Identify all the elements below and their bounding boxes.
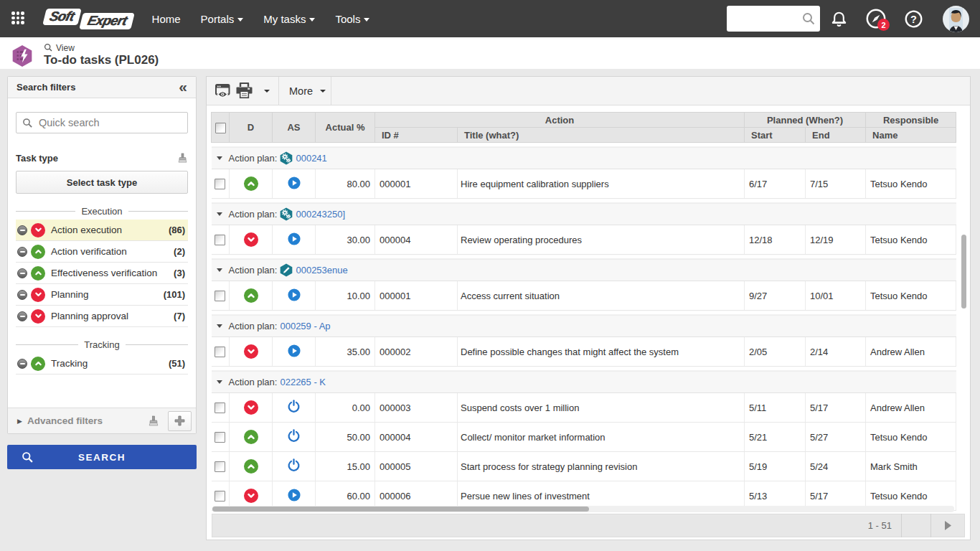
- row-checkbox[interactable]: [215, 402, 225, 413]
- cell-title: Access current situation: [458, 281, 745, 311]
- action-plan-gears-icon: [280, 151, 293, 165]
- print-dropdown-caret[interactable]: [264, 90, 270, 93]
- row-checkbox[interactable]: [215, 291, 225, 301]
- more-button[interactable]: More: [286, 83, 329, 100]
- select-all-checkbox[interactable]: [215, 123, 226, 133]
- col-start[interactable]: Start: [745, 128, 806, 143]
- task-filter-effectiveness-verification[interactable]: Effectiveness verification (3): [16, 263, 188, 284]
- cell-name: Tetsuo Kendo: [866, 225, 956, 255]
- row-checkbox[interactable]: [215, 347, 225, 357]
- vertical-scrollbar[interactable]: [961, 114, 968, 542]
- nav-portals[interactable]: Portals: [191, 0, 254, 37]
- user-avatar[interactable]: [932, 0, 980, 37]
- main-nav: Home Portals My tasks Tools: [142, 0, 380, 37]
- clear-filter-icon[interactable]: [177, 153, 188, 164]
- row-checkbox[interactable]: [215, 235, 225, 245]
- col-title[interactable]: Title (what?): [458, 128, 745, 143]
- standby-power-icon: [287, 429, 301, 443]
- view-data-button[interactable]: [212, 81, 233, 100]
- action-plan-link[interactable]: 000253enue: [296, 265, 347, 276]
- action-plan-group-row: Action plan:000253enue: [212, 255, 956, 281]
- softexpert-logo[interactable]: Soft Expert: [44, 6, 133, 31]
- col-action-group: Action: [375, 113, 745, 128]
- col-id[interactable]: ID #: [375, 128, 458, 143]
- cell-id: 000005: [375, 452, 458, 481]
- task-filter-tracking[interactable]: Tracking (51): [16, 353, 188, 375]
- action-plan-link[interactable]: 022265 - K: [280, 377, 326, 387]
- print-button[interactable]: [233, 80, 273, 102]
- cell-start: 6/17: [745, 169, 806, 199]
- clear-filter-icon[interactable]: [148, 415, 159, 427]
- nav-home[interactable]: Home: [142, 0, 191, 37]
- cell-actual: 15.00: [316, 452, 375, 481]
- select-task-type-button[interactable]: Select task type: [16, 171, 188, 194]
- breadcrumb: View: [56, 43, 75, 53]
- row-checkbox[interactable]: [215, 179, 225, 189]
- cell-end: 5/24: [806, 452, 866, 481]
- minus-icon: [17, 268, 27, 278]
- sidebar-header: Search filters «: [8, 77, 196, 98]
- cell-actual: 10.00: [316, 281, 375, 311]
- page-title: To-do tasks (PL026): [44, 53, 159, 67]
- group-label: Action plan:: [229, 153, 278, 164]
- action-plan-link[interactable]: 000259 - Ap: [280, 321, 330, 331]
- col-responsible-group: Responsible: [866, 113, 956, 128]
- task-filter-planning-approval[interactable]: Planning approval (7): [16, 306, 188, 327]
- cell-id: 000002: [375, 337, 458, 367]
- collapse-group-icon[interactable]: [217, 212, 222, 216]
- row-checkbox[interactable]: [215, 461, 225, 472]
- cell-title: Suspend costs over 1 million: [458, 393, 745, 423]
- action-plan-group-row: Action plan:022265 - K: [212, 367, 956, 393]
- vertical-scrollbar-thumb[interactable]: [961, 235, 966, 309]
- col-as[interactable]: AS: [273, 113, 316, 143]
- task-filter-action-verification[interactable]: Action verification (2): [16, 241, 188, 263]
- quick-search-input[interactable]: [39, 117, 182, 128]
- collapse-group-icon[interactable]: [217, 324, 222, 328]
- task-filter-planning[interactable]: Planning (101): [16, 284, 188, 306]
- collapse-sidebar-button[interactable]: «: [179, 79, 187, 94]
- horizontal-scrollbar[interactable]: [212, 506, 954, 512]
- next-page-button[interactable]: [931, 514, 964, 537]
- add-filter-button[interactable]: [168, 411, 192, 431]
- apps-grid-icon: [11, 11, 26, 26]
- collapse-group-icon[interactable]: [217, 156, 222, 160]
- nav-tools[interactable]: Tools: [325, 0, 380, 37]
- minus-icon: [17, 290, 27, 300]
- cell-start: 5/19: [745, 452, 806, 481]
- cell-title: Define possible changes that might affec…: [458, 337, 745, 367]
- execution-play-icon: [288, 288, 301, 301]
- search-icon: [22, 118, 33, 128]
- col-name[interactable]: Name: [866, 128, 956, 143]
- col-end[interactable]: End: [806, 128, 866, 143]
- guide-button[interactable]: 2: [857, 0, 895, 37]
- status-overdue-icon: [244, 489, 258, 503]
- action-plan-gears-icon: [280, 207, 293, 221]
- action-plan-group-row: Action plan:000259 - Ap: [212, 311, 956, 337]
- help-button[interactable]: ?: [895, 0, 932, 37]
- grid-toolbar: More: [207, 77, 970, 105]
- row-checkbox[interactable]: [215, 491, 225, 501]
- status-ontime-icon: [244, 430, 258, 444]
- avatar-image: [943, 6, 969, 32]
- advanced-filters-label[interactable]: Advanced filters: [27, 415, 148, 426]
- col-actual[interactable]: Actual %: [316, 113, 375, 143]
- action-plan-link[interactable]: 000243250]: [296, 209, 345, 220]
- collapse-group-icon[interactable]: [217, 268, 222, 272]
- apps-menu-button[interactable]: [0, 0, 37, 37]
- row-checkbox[interactable]: [215, 432, 225, 443]
- cell-name: Tetsuo Kendo: [866, 169, 956, 199]
- collapse-group-icon[interactable]: [217, 380, 222, 384]
- action-plan-link[interactable]: 000241: [296, 153, 326, 164]
- select-all-header: [212, 113, 230, 143]
- topbar: Soft Expert Home Portals My tasks Tools …: [0, 0, 980, 37]
- notifications-button[interactable]: [820, 0, 857, 37]
- task-filter-action-execution[interactable]: Action execution (86): [16, 220, 188, 241]
- task-row: 10.00000001Access current situation9/271…: [212, 281, 956, 311]
- cell-start: 5/11: [745, 393, 806, 423]
- col-d[interactable]: D: [230, 113, 273, 143]
- horizontal-scrollbar-thumb[interactable]: [212, 507, 589, 512]
- cell-title: Collect/ monitor market information: [458, 423, 745, 452]
- cell-start: 2/05: [745, 337, 806, 367]
- search-button[interactable]: SEARCH: [7, 445, 197, 469]
- nav-my-tasks[interactable]: My tasks: [253, 0, 325, 37]
